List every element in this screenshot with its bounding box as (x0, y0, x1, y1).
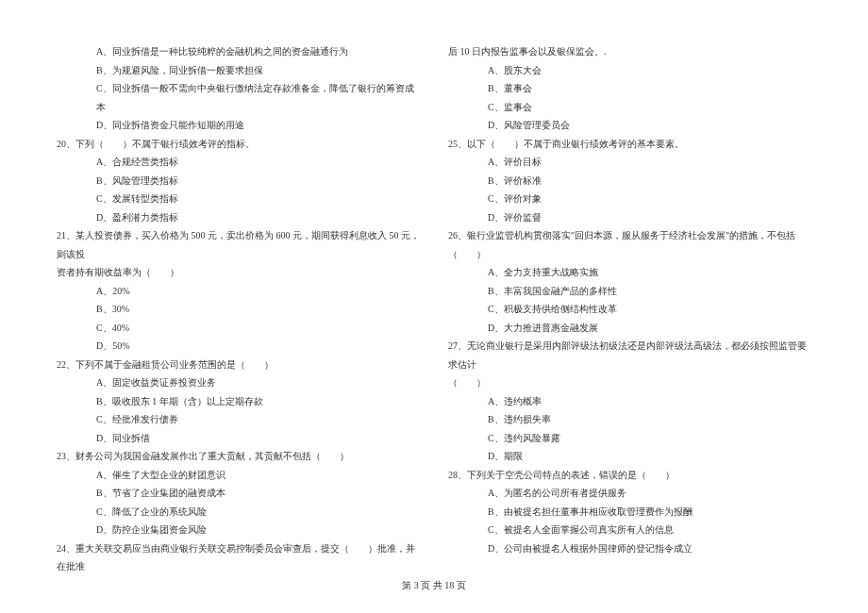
option: C、发展转型类指标 (57, 190, 420, 208)
option: D、公司由被提名人根据外国律师的登记指令成立 (448, 539, 811, 558)
option: D、同业拆借 (57, 429, 420, 448)
option: D、期限 (448, 447, 811, 466)
option: C、监事会 (448, 98, 811, 117)
option: C、积极支持供给侧结构性改革 (448, 300, 811, 319)
option: B、吸收股东 1 年期（含）以上定期存款 (57, 392, 420, 411)
question-20: 20、下列（ ）不属于银行绩效考评的指标。 (57, 135, 420, 154)
option: D、风险管理委员会 (448, 116, 811, 135)
question-21: 21、某人投资债券，买入价格为 500 元，卖出价格为 600 元，期间获得利息… (57, 226, 420, 263)
page-footer: 第 3 页 共 18 页 (0, 579, 868, 592)
option: A、评价目标 (448, 153, 811, 172)
two-column-layout: A、同业拆借是一种比较纯粹的金融机构之间的资金融通行为 B、为规避风险，同业拆借… (57, 42, 811, 575)
option: A、20% (57, 282, 420, 301)
option: C、违约风险暴露 (448, 429, 811, 448)
question-21-cont: 资者持有期收益率为（ ） (57, 263, 420, 282)
option: B、风险管理类指标 (57, 172, 420, 191)
left-column: A、同业拆借是一种比较纯粹的金融机构之间的资金融通行为 B、为规避风险，同业拆借… (57, 42, 420, 575)
option: B、评价标准 (448, 172, 811, 191)
option: A、股东大会 (448, 61, 811, 80)
question-28: 28、下列关于空壳公司特点的表述，错误的是（ ） (448, 466, 811, 485)
option: A、催生了大型企业的财团意识 (57, 466, 420, 485)
option: C、同业拆借一般不需向中央银行缴纳法定存款准备金，降低了银行的筹资成本 (57, 79, 420, 116)
option: C、40% (57, 319, 420, 338)
option: D、盈利潜力类指标 (57, 208, 420, 227)
question-27: 27、无论商业银行是采用内部评级法初级法还是内部评级法高级法，都必须按照监管要求… (448, 337, 811, 373)
option: D、大力推进普惠金融发展 (448, 319, 811, 338)
question-25: 25、以下（ ）不属于商业银行绩效考评的基本要素。 (448, 135, 811, 154)
option: B、董事会 (448, 79, 811, 98)
option: B、节省了企业集团的融资成本 (57, 484, 420, 503)
question-24: 24、重大关联交易应当由商业银行关联交易控制委员会审查后，提交（ ）批准，并在批… (57, 539, 420, 576)
option: B、为规避风险，同业拆借一般要求担保 (57, 61, 420, 80)
option: A、违约概率 (448, 392, 811, 411)
option: C、被提名人全面掌握公司真实所有人的信息 (448, 521, 811, 539)
question-24-cont: 后 10 日内报告监事会以及银保监会。. (448, 42, 811, 61)
option: B、30% (57, 300, 420, 319)
question-26: 26、银行业监管机构贯彻落实"回归本源，服从服务于经济社会发展"的措施，不包括（… (448, 226, 811, 263)
question-27-cont: （ ） (448, 373, 811, 392)
option: D、同业拆借资金只能作短期的用途 (57, 116, 420, 135)
option: A、同业拆借是一种比较纯粹的金融机构之间的资金融通行为 (57, 42, 420, 61)
option: C、降低了企业的系统风险 (57, 503, 420, 522)
option: B、丰富我国金融产品的多样性 (448, 282, 811, 301)
option: A、合规经营类指标 (57, 153, 420, 172)
option: C、经批准发行债券 (57, 410, 420, 429)
option: C、评价对象 (448, 190, 811, 208)
option: D、50% (57, 337, 420, 356)
right-column: 后 10 日内报告监事会以及银保监会。. A、股东大会 B、董事会 C、监事会 … (448, 42, 811, 575)
option: A、为匿名的公司所有者提供服务 (448, 484, 811, 503)
option: B、违约损失率 (448, 410, 811, 429)
option: A、全力支持重大战略实施 (448, 263, 811, 282)
option: D、评价监督 (448, 208, 811, 227)
question-22: 22、下列不属于金融租赁公司业务范围的是（ ） (57, 356, 420, 374)
option: B、由被提名担任董事并相应收取管理费作为报酬 (448, 503, 811, 522)
option: D、防控企业集团资金风险 (57, 521, 420, 539)
question-23: 23、财务公司为我国金融发展作出了重大贡献，其贡献不包括（ ） (57, 447, 420, 466)
option: A、固定收益类证券投资业务 (57, 373, 420, 392)
